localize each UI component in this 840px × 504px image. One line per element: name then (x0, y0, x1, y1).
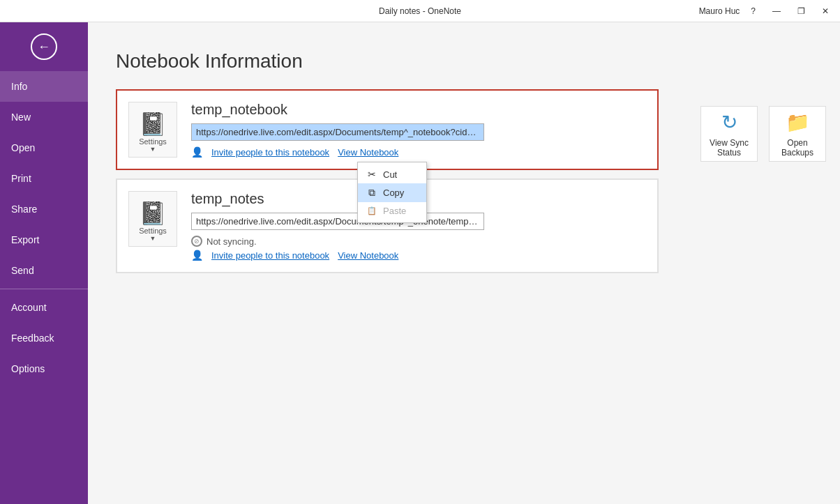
open-backups-label: OpenBackups (781, 138, 813, 158)
folder-icon: 📁 (786, 111, 810, 134)
settings-label: Settings (139, 137, 167, 146)
sidebar-divider (0, 289, 88, 289)
help-button[interactable]: ? (745, 3, 761, 19)
invite-icon: 👤 (191, 146, 203, 158)
sidebar: ← Info New Open Print Share Export Send … (0, 22, 88, 504)
titlebar: Daily notes - OneNote Mauro Huc ? — ❐ ✕ (0, 0, 840, 22)
context-menu-paste: 📋 Paste (358, 202, 426, 220)
minimize-button[interactable]: — (767, 3, 786, 19)
sidebar-item-share[interactable]: Share (0, 194, 88, 224)
notebook-info-temp-notebook: temp_notebook https://onedrive.live.com/… (191, 102, 646, 158)
open-backups-card[interactable]: 📁 OpenBackups (769, 106, 826, 162)
sidebar-item-send[interactable]: Send (0, 255, 88, 286)
notebook-url-wrap: https://onedrive.live.com/edit.aspx/Docu… (191, 123, 646, 141)
context-menu-copy-label: Copy (383, 188, 404, 198)
right-panel: ↻ View SyncStatus 📁 OpenBackups (687, 22, 840, 504)
invite-icon-2: 👤 (191, 250, 203, 261)
sidebar-item-options[interactable]: Options (0, 353, 88, 384)
notebook-book-icon-2: 📓 (139, 200, 167, 227)
invite-link-temp-notes[interactable]: Invite people to this notebook (211, 250, 329, 261)
sidebar-item-print[interactable]: Print (0, 163, 88, 194)
context-menu-cut[interactable]: ✂ Cut (358, 165, 426, 183)
settings-arrow-icon-2: ▼ (150, 235, 156, 242)
sidebar-item-new[interactable]: New (0, 102, 88, 132)
notebooks-list: 📓 Settings ▼ temp_notebook https://onedr… (116, 89, 659, 276)
settings-label-2: Settings (139, 227, 167, 235)
notebook-links-temp-notes: 👤 Invite people to this notebook View No… (191, 250, 646, 261)
close-button[interactable]: ✕ (816, 3, 834, 19)
context-menu-cut-label: Cut (383, 169, 397, 180)
titlebar-title: Daily notes - OneNote (379, 6, 461, 16)
sync-status-temp-notes: ⊘ Not syncing. (191, 236, 646, 247)
sync-icon: ↻ (721, 111, 737, 134)
page-title: Notebook Information (116, 50, 659, 72)
view-notebook-link-temp-notebook[interactable]: View Notebook (338, 147, 398, 158)
action-cards: ↻ View SyncStatus 📁 OpenBackups (700, 106, 826, 162)
notebook-book-icon: 📓 (139, 111, 167, 137)
sidebar-item-info[interactable]: Info (0, 71, 88, 102)
maximize-button[interactable]: ❐ (792, 3, 811, 19)
sidebar-item-feedback[interactable]: Feedback (0, 323, 88, 353)
back-icon: ← (31, 33, 57, 60)
notebook-card-temp-notebook: 📓 Settings ▼ temp_notebook https://onedr… (116, 89, 659, 170)
notebook-icon-temp-notes[interactable]: 📓 Settings ▼ (128, 191, 177, 247)
sidebar-item-open[interactable]: Open (0, 132, 88, 163)
context-menu-copy[interactable]: ⧉ Copy (358, 183, 426, 202)
copy-icon: ⧉ (366, 187, 377, 199)
not-syncing-icon: ⊘ (191, 236, 202, 247)
cut-icon: ✂ (366, 169, 377, 180)
view-sync-status-card[interactable]: ↻ View SyncStatus (700, 106, 758, 162)
sidebar-item-export[interactable]: Export (0, 224, 88, 255)
sidebar-item-account[interactable]: Account (0, 292, 88, 323)
notebook-name-temp-notebook: temp_notebook (191, 102, 646, 118)
sync-status-label: Not syncing. (207, 236, 257, 247)
invite-link-temp-notebook[interactable]: Invite people to this notebook (211, 147, 329, 158)
titlebar-user: Mauro Huc (699, 6, 740, 16)
titlebar-controls: Mauro Huc ? — ❐ ✕ (699, 3, 834, 19)
settings-arrow-icon: ▼ (150, 146, 156, 153)
context-menu: ✂ Cut ⧉ Copy 📋 Paste (357, 162, 427, 223)
content-area: Notebook Information 📓 Settings ▼ temp_n… (88, 22, 687, 504)
back-button[interactable]: ← (0, 22, 88, 71)
notebook-url-temp-notebook[interactable]: https://onedrive.live.com/edit.aspx/Docu… (191, 123, 484, 141)
notebook-links-temp-notebook: 👤 Invite people to this notebook View No… (191, 146, 646, 158)
context-menu-paste-label: Paste (383, 206, 406, 216)
notebook-icon-temp-notebook[interactable]: 📓 Settings ▼ (128, 102, 177, 158)
view-notebook-link-temp-notes[interactable]: View Notebook (338, 250, 398, 261)
view-sync-label: View SyncStatus (710, 138, 749, 158)
paste-icon: 📋 (366, 206, 377, 215)
notebook-url-temp-notes[interactable]: https://onedrive.live.com/edit.aspx/Docu… (191, 213, 484, 230)
app-body: ← Info New Open Print Share Export Send … (0, 22, 840, 504)
